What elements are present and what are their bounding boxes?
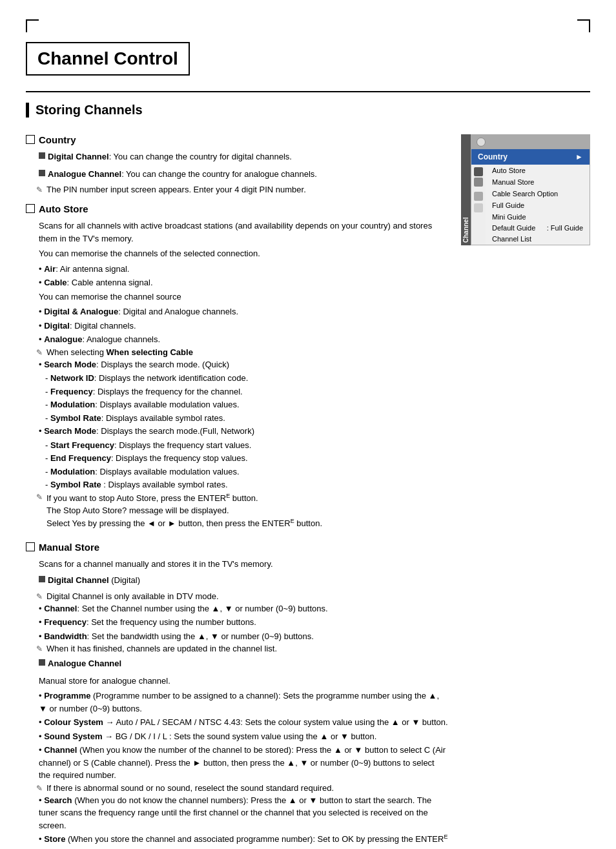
icon3 <box>474 192 483 201</box>
left-icons <box>471 165 486 245</box>
bandwidth-item: Bandwidth: Set the bandwidth using the ▲… <box>39 630 448 643</box>
menu-arrow-icon: ► <box>575 152 583 161</box>
updated-note: ✎ When it has finished, channels are upd… <box>36 644 448 653</box>
end-freq: End Frequency: Displays the frequency st… <box>45 452 448 465</box>
auto-note1-text: If you want to stop Auto Store, press th… <box>46 492 322 530</box>
air-item: Air: Air antenna signal. <box>39 263 448 276</box>
menu-item-channel-list[interactable]: Channel List <box>486 233 590 245</box>
menu-box: Country ► Auto Store Manual Store Cable … <box>471 134 590 245</box>
frequency-item: Frequency: Set the frequency using the n… <box>39 616 448 629</box>
country-section: Country Digital Channel: You can change … <box>26 134 448 194</box>
manual-store-section: Manual Store Scans for a channel manuall… <box>26 542 448 849</box>
sidebar-ui: Channel Country ► <box>461 134 590 849</box>
tv-icon <box>477 138 486 147</box>
when-cable-note: ✎ When selecting When selecting Cable <box>36 347 448 357</box>
menu-item-auto-store[interactable]: Auto Store <box>486 165 590 176</box>
digital-item: Digital: Digital channels. <box>39 320 448 332</box>
country-title: Country <box>39 134 76 145</box>
channel-label: Channel <box>461 134 471 245</box>
content-area: Country Digital Channel: You can change … <box>26 128 590 849</box>
network-id: Network ID: Displays the network identif… <box>45 372 448 385</box>
top-left-corner <box>26 19 39 32</box>
manual-store-title: Manual Store <box>39 542 99 553</box>
sound-note: ✎ If there is abnormal sound or no sound… <box>36 783 448 793</box>
checkbox-icon <box>26 135 35 144</box>
square-bullet4 <box>39 659 45 666</box>
digital-channel-row: Digital Channel: You can change the coun… <box>39 150 448 166</box>
analogue-channel-manual-row: Analogue Channel <box>39 657 448 673</box>
checkbox-icon2 <box>26 204 35 213</box>
auto-store-title: Auto Store <box>39 203 88 214</box>
menu-item-default-guide[interactable]: Default Guide : Full Guide <box>486 223 590 233</box>
auto-store-desc3: You can memorise the channel source <box>39 291 448 303</box>
symbol-rate1: Symbol Rate: Displays available symbol r… <box>45 412 448 425</box>
page-title: Channel Control <box>26 42 190 76</box>
note-icon6: ✎ <box>36 784 43 793</box>
section-divider <box>26 91 590 92</box>
dtv-note: ✎ Digital Channel is only available in D… <box>36 591 448 601</box>
symbol-rate2: Symbol Rate : Displays available symbol … <box>45 478 448 491</box>
corner-marks <box>26 19 590 32</box>
channel2-item: Channel (When you know the number of the… <box>39 744 448 782</box>
menu-item-mini-guide[interactable]: Mini Guide <box>486 211 590 223</box>
store-item: Store (When you store the channel and as… <box>39 833 448 849</box>
note-icon4: ✎ <box>36 592 43 601</box>
digital-channel-manual-row: Digital Channel (Digital) <box>39 574 448 589</box>
digital-channel-manual: Digital Channel (Digital) <box>48 574 140 587</box>
search-mode2: Search Mode: Displays the search mode.(F… <box>39 425 448 438</box>
icon1 <box>474 167 483 176</box>
sound-note-text: If there is abnormal sound or no sound, … <box>46 783 334 793</box>
colour-system-item: Colour System → Auto / PAL / SECAM / NTS… <box>39 716 448 729</box>
programme-item: Programme (Programme number to be assign… <box>39 690 448 715</box>
country-note-text: The PIN number input screen appears. Ent… <box>46 185 306 194</box>
menu-header-label: Country <box>478 152 508 161</box>
analogue-channel-manual: Analogue Channel <box>48 657 121 670</box>
checkbox-icon3 <box>26 542 35 551</box>
dtv-note-text: Digital Channel is only available in DTV… <box>46 591 219 601</box>
cable-item: Cable: Cable antenna signal. <box>39 276 448 289</box>
menu-items-list: Auto Store Manual Store Cable Search Opt… <box>486 165 590 245</box>
menu-item-manual-store[interactable]: Manual Store <box>486 176 590 188</box>
menu-header: Country ► <box>471 149 590 165</box>
icon4 <box>474 203 483 212</box>
country-title-row: Country <box>26 134 448 145</box>
analogue-item: Analogue: Analogue channels. <box>39 333 448 346</box>
sound-system-item: Sound System → BG / DK / I / L : Sets th… <box>39 730 448 743</box>
analogue-manual-desc: Manual store for analogue channel. <box>39 675 448 688</box>
note-icon3: ✎ <box>36 493 43 533</box>
modulation2: Modulation: Displays available modulatio… <box>45 465 448 478</box>
search-mode1: Search Mode: Displays the search mode. (… <box>39 358 448 371</box>
square-bullet <box>39 152 45 159</box>
default-guide-label: Default Guide <box>492 224 535 232</box>
note-icon2: ✎ <box>36 348 43 357</box>
analogue-channel-row: Analogue Channel: You can change the cou… <box>39 168 448 183</box>
country-note: ✎ The PIN number input screen appears. E… <box>36 185 448 194</box>
manual-store-title-row: Manual Store <box>26 542 448 553</box>
auto-note1: ✎ If you want to stop Auto Store, press … <box>36 492 448 533</box>
auto-store-title-row: Auto Store <box>26 203 448 214</box>
default-guide-value: : Full Guide <box>547 224 583 232</box>
start-freq: Start Frequency: Displays the frequency … <box>45 439 448 452</box>
note-icon: ✎ <box>36 185 43 194</box>
top-right-corner <box>577 19 590 32</box>
note-icon5: ✎ <box>36 644 43 653</box>
menu-item-cable-search[interactable]: Cable Search Option <box>486 188 590 199</box>
digital-channel-text: Digital Channel: You can change the coun… <box>48 150 292 163</box>
square-bullet2 <box>39 170 45 176</box>
frequency1: Frequency: Displays the frequency for th… <box>45 385 448 398</box>
modulation1: Modulation: Displays available modulatio… <box>45 398 448 411</box>
icon2 <box>474 178 483 187</box>
search-item: Search (When you do not know the channel… <box>39 794 448 832</box>
section-title: Storing Channels <box>26 103 590 118</box>
when-cable-text: When selecting When selecting Cable <box>46 347 193 357</box>
auto-store-desc2: You can memorise the channels of the sel… <box>39 247 448 260</box>
menu-icon-group <box>477 138 486 147</box>
da-item: Digital & Analogue: Digital and Analogue… <box>39 305 448 318</box>
auto-store-section: Auto Store Scans for all channels with a… <box>26 203 448 533</box>
analogue-channel-text: Analogue Channel: You can change the cou… <box>48 168 317 181</box>
menu-item-full-guide[interactable]: Full Guide <box>486 199 590 211</box>
updated-note-text: When it has finished, channels are updat… <box>46 644 277 653</box>
menu-content: Auto Store Manual Store Cable Search Opt… <box>471 165 590 245</box>
auto-store-desc1: Scans for all channels with active broad… <box>39 220 448 245</box>
sidebar-wrapper: Channel Country ► <box>461 134 590 245</box>
